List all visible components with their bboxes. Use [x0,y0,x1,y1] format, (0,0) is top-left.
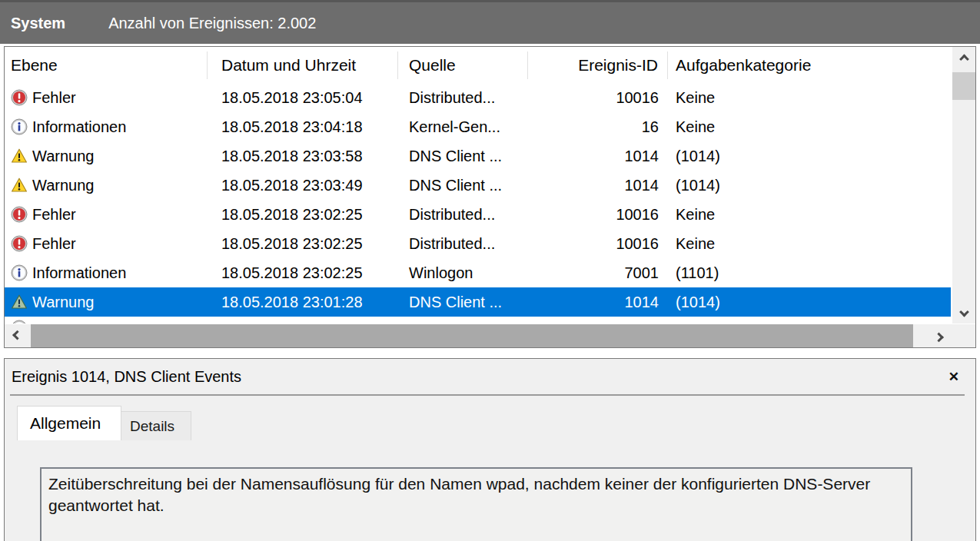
source-cell: DNS Client ... [398,177,528,194]
event-id-cell: 10016 [528,89,668,107]
tab-allgemein[interactable]: Allgemein [17,406,121,440]
event-id-cell: 10016 [528,235,668,253]
datetime-cell: 18.05.2018 23:02:25 [208,235,398,253]
column-header-source[interactable]: Quelle [398,51,528,79]
tab-details[interactable]: Details [121,411,191,440]
column-header-event-id[interactable]: Ereignis-ID [528,51,668,79]
table-row[interactable]: Informationen 18.05.2018 23:04:18 Kernel… [5,112,951,141]
datetime-cell: 18.05.2018 23:01:28 [208,294,398,311]
task-category-cell: (1014) [668,148,951,165]
task-category-cell: (1101) [668,264,951,282]
chevron-up-icon [959,54,969,64]
chevron-left-icon [12,330,22,340]
level-label: Warnung [32,294,94,311]
datetime-cell: 18.05.2018 23:04:18 [208,118,398,136]
event-id-cell: 1014 [528,148,668,165]
log-title-bar: System Anzahl von Ereignissen: 2.002 [0,0,980,44]
level-cell: Warnung [5,148,208,165]
level-cell: Warnung [5,177,208,194]
level-cell: Informationen [5,264,208,282]
event-id-cell: 7001 [528,264,668,282]
scroll-right-button[interactable] [926,324,951,347]
scrollbar-corner [951,324,975,347]
table-row[interactable]: Fehler 18.05.2018 23:02:25 Distributed..… [5,200,951,229]
level-label: Fehler [32,206,76,224]
table-row[interactable]: Warnung 18.05.2018 23:03:58 DNS Client .… [5,141,951,171]
event-message-box: Zeitüberschreitung bei der Namensauflösu… [40,467,912,541]
error-icon [11,235,28,252]
info-icon [11,118,28,135]
source-cell: Distributed... [398,206,528,224]
table-header-row: Ebene Datum und Uhrzeit Quelle Ereignis-… [5,47,952,83]
source-cell: DNS Client ... [398,148,528,165]
chevron-right-icon [934,332,944,342]
close-icon[interactable]: ✕ [948,369,959,385]
event-id-cell: 16 [528,118,668,136]
source-cell: DNS Client ... [398,294,528,311]
event-id-cell: 1014 [528,177,668,194]
level-label: Fehler [32,89,76,107]
table-row-selected[interactable]: Warnung 18.05.2018 23:01:28 DNS Client .… [5,287,951,317]
datetime-cell: 18.05.2018 23:02:25 [208,264,398,282]
event-id-cell: 1014 [528,294,668,311]
tab-label: Details [130,418,174,435]
details-header: Ereignis 1014, DNS Client Events ✕ [5,359,975,394]
vertical-scroll-thumb[interactable] [952,72,975,100]
level-label: Warnung [32,177,94,194]
level-label: Fehler [32,235,76,253]
chevron-down-icon [959,307,969,317]
table-row[interactable]: Fehler 18.05.2018 23:02:25 Distributed..… [5,229,951,258]
event-count: Anzahl von Ereignissen: 2.002 [108,15,316,32]
table-row[interactable]: Fehler 18.05.2018 23:05:04 Distributed..… [5,83,951,112]
scroll-left-button[interactable] [5,324,29,347]
error-icon [11,206,28,223]
warning-icon [11,177,28,194]
level-cell: Fehler [5,235,208,253]
datetime-cell: 18.05.2018 23:02:25 [208,206,398,224]
event-message: Zeitüberschreitung bei der Namensauflösu… [48,475,870,514]
column-header-task-category[interactable]: Aufgabenkategorie [668,51,952,79]
details-title: Ereignis 1014, DNS Client Events [12,368,241,386]
datetime-cell: 18.05.2018 23:03:58 [208,148,398,165]
level-cell: Warnung [5,294,208,311]
event-details-panel: Ereignis 1014, DNS Client Events ✕ Allge… [4,358,976,541]
warning-icon [11,148,28,164]
task-category-cell: (1014) [668,294,951,311]
level-cell: Fehler [5,89,208,107]
vertical-scrollbar[interactable] [952,47,975,324]
source-cell: Distributed... [398,235,528,253]
table-body: Fehler 18.05.2018 23:05:04 Distributed..… [5,83,951,324]
details-tabs: Allgemein Details [17,406,975,440]
scroll-up-button[interactable] [952,47,975,68]
info-icon [11,320,28,324]
table-row-partial[interactable] [5,317,951,324]
level-label: Warnung [32,148,94,165]
tab-label: Allgemein [30,414,101,433]
error-icon [11,89,28,106]
source-cell: Distributed... [398,89,528,107]
task-category-cell: Keine [668,206,951,224]
scroll-down-button[interactable] [952,302,975,324]
event-table: Ebene Datum und Uhrzeit Quelle Ereignis-… [4,46,976,348]
event-id-cell: 10016 [528,206,668,224]
task-category-cell: (1014) [668,177,951,194]
source-cell: Kernel-Gen... [398,118,528,136]
table-row[interactable]: Warnung 18.05.2018 23:03:49 DNS Client .… [5,171,951,200]
column-header-datetime[interactable]: Datum und Uhrzeit [208,51,398,79]
table-row[interactable]: Informationen 18.05.2018 23:02:25 Winlog… [5,258,951,287]
log-title: System [11,15,65,32]
task-category-cell: Keine [668,235,951,253]
details-separator [10,394,965,396]
datetime-cell: 18.05.2018 23:03:49 [208,177,398,194]
info-icon [11,264,28,281]
datetime-cell: 18.05.2018 23:05:04 [208,89,398,107]
source-cell: Winlogon [398,264,528,282]
task-category-cell: Keine [668,118,951,136]
level-label: Informationen [32,264,126,282]
horizontal-scroll-thumb[interactable] [31,324,913,347]
level-label: Informationen [32,118,126,136]
warning-icon [11,294,28,310]
horizontal-scrollbar[interactable] [5,324,951,347]
level-cell: Fehler [5,206,208,224]
column-header-level[interactable]: Ebene [5,51,208,79]
